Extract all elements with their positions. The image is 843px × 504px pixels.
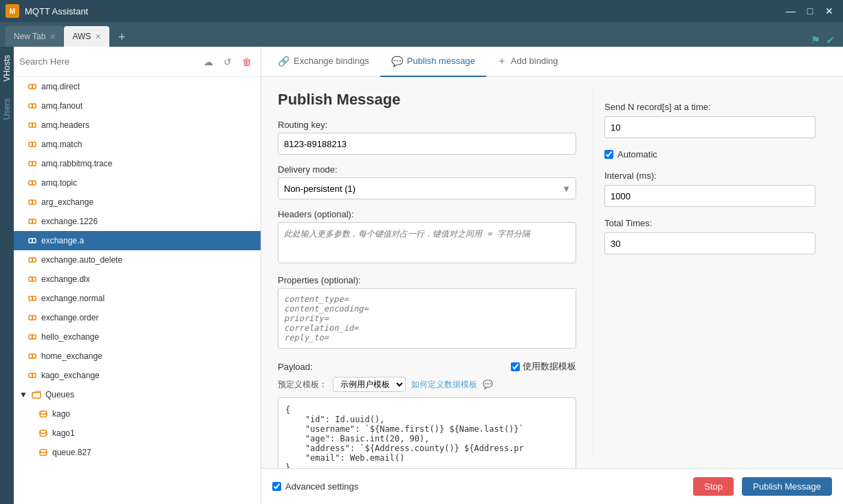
use-template-label: 使用数据模板 (523, 360, 576, 373)
tab-aws-close[interactable]: ✕ (95, 32, 101, 41)
tab-publish-message[interactable]: 💬 Publish message (380, 47, 486, 77)
queues-folder-icon (32, 390, 41, 399)
automatic-row: Automatic (604, 149, 815, 160)
titlebar: M MQTT Assistant — □ ✕ (0, 0, 843, 22)
tree-item-exchange-1226[interactable]: exchange.1226 (14, 212, 261, 231)
minimize-button[interactable]: — (782, 3, 799, 19)
svg-rect-7 (32, 142, 36, 146)
tree-item-kago-exchange[interactable]: kago_exchange (14, 366, 261, 385)
tree-panel: ☁ ↺ 🗑 amq.direct amq.fanout amq.headers … (14, 47, 261, 504)
tree-item-label: hello_exchange (41, 332, 99, 342)
routing-key-label: Routing key: (278, 120, 576, 130)
define-template-link[interactable]: 如何定义数据模板 (411, 379, 477, 391)
close-button[interactable]: ✕ (821, 3, 837, 19)
tree-item-label: kago_exchange (41, 371, 100, 380)
tree-item-amq-headers[interactable]: amq.headers (14, 116, 261, 135)
sidebar-icons: VHosts Users (0, 47, 14, 504)
svg-rect-32 (32, 393, 41, 398)
svg-rect-5 (32, 123, 36, 127)
tree-item-exchange-a[interactable]: exchange.a (14, 231, 261, 250)
tab-new-tab-close[interactable]: ✕ (50, 32, 56, 41)
total-times-input[interactable] (604, 232, 815, 254)
tree-item-kago1[interactable]: kago1 (14, 424, 261, 443)
interval-input[interactable] (604, 185, 815, 207)
svg-rect-21 (32, 277, 36, 281)
svg-rect-27 (32, 335, 36, 339)
headers-textarea[interactable] (278, 222, 576, 263)
tree-section-queues[interactable]: ▼ Queues (14, 385, 261, 404)
svg-point-33 (40, 411, 47, 415)
advanced-settings-label: Advanced settings (285, 481, 358, 492)
tree-item-amq-rabbitmq-trace[interactable]: amq.rabbitmq.trace (14, 154, 261, 173)
tree-item-exchange-normal[interactable]: exchange.normal (14, 289, 261, 308)
exchange-icon (28, 371, 37, 380)
publish-message-icon: 💬 (391, 56, 403, 67)
tree-item-queue-827[interactable]: queue.827 (14, 443, 261, 462)
stop-button[interactable]: Stop (693, 477, 734, 496)
refresh-button[interactable]: ↺ (219, 54, 236, 70)
use-template-wrap: 使用数据模板 (511, 360, 576, 373)
payload-group: Payload: 使用数据模板 预定义模板： 示例用户模板 如何定义数据模板 💬 (278, 360, 576, 468)
exchange-icon (28, 332, 37, 342)
tab-exchange-bindings[interactable]: 🔗 Exchange bindings (267, 47, 380, 77)
add-tab-button[interactable]: + (112, 28, 131, 47)
maximize-button[interactable]: □ (802, 3, 818, 19)
send-n-input[interactable] (604, 116, 815, 138)
exchange-icon (28, 274, 37, 284)
delete-button[interactable]: 🗑 (239, 54, 255, 70)
tab-add-binding[interactable]: ＋ Add binding (486, 47, 569, 77)
automatic-checkbox[interactable] (604, 150, 613, 159)
add-binding-icon: ＋ (497, 55, 507, 67)
delivery-mode-select[interactable]: Non-persistent (1) Persistent (2) (278, 177, 576, 199)
interval-group: Interval (ms): (604, 171, 815, 207)
use-template-checkbox[interactable] (511, 362, 520, 371)
predefined-template-select[interactable]: 示例用户模板 (333, 377, 406, 392)
tree-item-arg-exchange[interactable]: arg_exchange (14, 193, 261, 212)
exchange-icon (28, 120, 37, 130)
tabbar-right: ⚑ ✔ (131, 34, 837, 47)
users-sidebar-btn[interactable]: Users (1, 96, 13, 122)
tab-aws[interactable]: AWS ✕ (64, 26, 109, 47)
delivery-mode-select-wrap: Non-persistent (1) Persistent (2) ▼ (278, 177, 576, 199)
headers-group: Headers (optional): (278, 209, 576, 265)
tree-item-amq-topic[interactable]: amq.topic (14, 173, 261, 193)
tree-item-home-exchange[interactable]: home_exchange (14, 347, 261, 366)
tab-new-tab[interactable]: New Tab ✕ (6, 26, 64, 47)
tree-item-label: exchange.1226 (41, 217, 98, 226)
tree-item-amq-fanout[interactable]: amq.fanout (14, 96, 261, 116)
tree-item-hello-exchange[interactable]: hello_exchange (14, 327, 261, 347)
tree-item-label: kago1 (52, 428, 75, 438)
svg-rect-29 (32, 354, 36, 358)
check-icon: ✔ (826, 34, 835, 47)
tree-item-label: amq.fanout (41, 101, 83, 111)
tree-item-exchange-auto-delete[interactable]: exchange.auto_delete (14, 250, 261, 270)
exchange-icon (28, 197, 37, 207)
tree-item-kago[interactable]: kago (14, 404, 261, 424)
advanced-settings-checkbox[interactable] (272, 482, 281, 491)
queues-collapse-icon: ▼ (19, 390, 28, 399)
properties-label: Properties (optional): (278, 275, 576, 285)
publish-message-button[interactable]: Publish Message (742, 477, 832, 496)
payload-code-editor[interactable]: { "id": Id.uuid(), "username": `${Name.f… (278, 397, 576, 468)
bottom-actions: Advanced settings Stop Publish Message (261, 468, 843, 504)
tab-new-tab-label: New Tab (14, 32, 45, 41)
tree-item-label: exchange.auto_delete (41, 255, 122, 265)
svg-rect-23 (32, 296, 36, 300)
window-controls: — □ ✕ (782, 3, 837, 19)
properties-group: Properties (optional): (278, 275, 576, 351)
properties-textarea[interactable] (278, 288, 576, 349)
tree-item-exchange-order[interactable]: exchange.order (14, 308, 261, 327)
content-area: 🔗 Exchange bindings 💬 Publish message ＋ … (261, 47, 843, 504)
routing-key-input[interactable] (278, 133, 576, 155)
tabbar: New Tab ✕ AWS ✕ + ⚑ ✔ (0, 22, 843, 47)
predefined-template-row: 预定义模板： 示例用户模板 如何定义数据模板 💬 (278, 377, 576, 392)
content-body: Publish Message Routing key: Delivery mo… (261, 77, 843, 468)
search-input[interactable] (19, 56, 197, 67)
tree-item-amq-match[interactable]: amq.match (14, 135, 261, 154)
tree-item-exchange-dlx[interactable]: exchange.dlx (14, 270, 261, 289)
svg-rect-19 (32, 258, 36, 262)
cloud-search-button[interactable]: ☁ (200, 54, 217, 70)
tab-add-binding-label: Add binding (511, 56, 558, 66)
vhosts-sidebar-btn[interactable]: VHosts (1, 52, 13, 85)
tree-item-amq-direct[interactable]: amq.direct (14, 77, 261, 96)
